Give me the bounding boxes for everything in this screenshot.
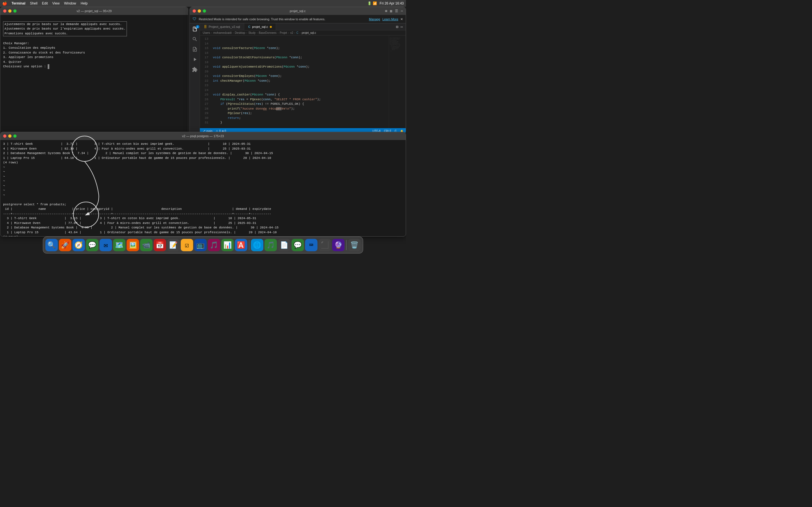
psql-tilde-6: ~ [3,189,5,192]
breadcrumb-basedonnees[interactable]: BaseDonnees [259,31,276,34]
breadcrumb-file[interactable]: projet_sql.c [302,31,316,34]
dock-maps[interactable]: 🗺️ [113,239,125,251]
dock-mail[interactable]: ✉️ [100,239,112,251]
dock-launchpad[interactable]: 🚀 [59,239,71,251]
psql-tilde-4: ~ [3,179,5,183]
psql-row-1: 3 | T-shirt Geek | 3.15 | 3 | T-shirt en… [3,217,256,220]
menubar-icons: 🔋 📶 [367,1,377,5]
sidebar-search-icon[interactable] [192,36,198,43]
tab-queries-icon: 🗄 [204,25,207,29]
dock-facetime[interactable]: 📹 [140,239,153,251]
tab-queries-label: Project_queries_v2.sql [209,25,240,29]
sidebar-extensions-icon[interactable] [192,66,198,73]
dock-spotify[interactable]: 🎵 [264,239,277,251]
dock-finder[interactable]: 🔍 [45,239,58,251]
code-editor[interactable]: void consulterFacture(PGconn *conn); voi… [210,36,389,128]
breadcrumb-v2[interactable]: v2 [290,31,293,34]
tab-actions: ⊟ ⋯ [393,24,406,29]
menubar-window[interactable]: Window [64,1,76,5]
menubar-terminal[interactable]: Terminal [11,1,26,5]
dock-vscode[interactable]: ⌨️ [305,239,317,251]
dock-messages[interactable]: 💬 [86,239,98,251]
dock-numbers[interactable]: 📊 [221,239,234,251]
terminal-menu: Choix Manager: 1. Consultation des emplo… [3,42,85,68]
sidebar-toggle-icon[interactable]: ☰ [395,9,398,13]
psql-minimize-button[interactable] [8,134,11,138]
breadcrumb-study[interactable]: Study [248,31,256,34]
vscode-body: 1 🗄 Project_queries_v2.sql [190,23,406,134]
editor-content[interactable]: 13 14 15 16 17 18 19 20 21 22 23 24 25 2… [200,36,406,128]
code-line-27: if (PQresultStatus(res) != PGRES_TUPLES_… [213,102,304,106]
vscode-sidebar: 1 [190,23,200,134]
terminal-top-content[interactable]: Ajustements de prix basés sur la demande… [0,15,188,134]
sidebar-explorer-icon[interactable]: 1 [192,25,198,33]
sidebar-run-icon[interactable] [192,56,198,63]
more-actions-icon[interactable]: ⋯ [401,9,403,13]
dock-calendar[interactable]: 📅 [154,239,166,251]
dock-notes[interactable]: 📝 [167,239,180,251]
psql-line-3: 2 | Database Management Systems Book | 7… [3,152,273,155]
sidebar-git-icon[interactable] [192,46,198,53]
learn-more-link[interactable]: Learn More [382,17,398,21]
breadcrumb-user[interactable]: mohamedzaidi [213,31,232,34]
psql-tilde-2: ~ [3,170,5,173]
vscode-title-icons: ⊞ ▤ ☰ ⋯ [385,9,403,13]
psql-line-1: 3 | T-shirt Geek | 3.71 | 3 | T-shirt en… [3,142,251,146]
breadcrumb-users[interactable]: Users [203,31,210,34]
minimize-button[interactable] [8,9,11,13]
breadcrumb-c[interactable]: C [296,31,298,34]
breadcrumb-projet[interactable]: Projet [280,31,287,34]
layout-icon[interactable]: ▤ [390,9,392,13]
manage-link[interactable]: Manage [369,17,380,21]
psql-tilde-1: ~ [3,166,5,169]
dock-appstore[interactable]: 🅰️ [235,239,247,251]
dock-terminal[interactable]: ⬛ [319,239,331,251]
dock-music[interactable]: 🎵 [208,239,220,251]
psql-window: v2 — psql postgres — 175×23 3 | T-shirt … [0,132,406,237]
split-editor-action[interactable]: ⊟ [396,24,398,29]
split-editor-icon[interactable]: ⊞ [385,9,387,13]
dock-photos[interactable]: 🖼️ [126,239,139,251]
vscode-maximize-button[interactable] [203,9,206,13]
tab-bar: 🗄 Project_queries_v2.sql C projet_sql.c … [200,23,406,31]
maximize-button[interactable] [13,9,17,13]
psql-content[interactable]: 3 | T-shirt Geek | 3.71 | 3 | T-shirt en… [0,140,406,236]
breadcrumb: Users › mohamedzaidi › Desktop › Study ›… [200,31,406,36]
dock: 🔍 🚀 🧭 💬 ✉️ 🗺️ 🖼️ 📹 📅 📝 ☑️ 📺 🎵 📊 🅰️ 🌐 🎵 📄… [43,237,363,253]
menubar-edit[interactable]: Edit [42,1,48,5]
menubar-shell[interactable]: Shell [30,1,38,5]
breadcrumb-desktop[interactable]: Desktop [235,31,245,34]
vscode-minimize-button[interactable] [198,9,201,13]
dock-whatsapp[interactable]: 💬 [292,239,304,251]
menubar-time: Fri 26 Apr 16:43 [380,1,404,5]
dock-finder2[interactable]: 🔮 [332,239,345,251]
psql-tilde-3: ~ [3,175,5,178]
dock-safari[interactable]: 🧭 [72,239,85,251]
vscode-close-button[interactable] [193,9,196,13]
psql-titlebar: v2 — psql postgres — 175×23 [0,132,406,140]
code-line-17: void consulterStockEtFournisseurs(PGconn… [213,56,302,59]
psql-divider: ----+--------------------------------+--… [3,212,271,216]
tab-projet-sql[interactable]: C projet_sql.c [244,23,276,30]
close-button[interactable] [3,9,6,13]
more-tabs-action[interactable]: ⋯ [401,24,403,29]
dock-trash[interactable]: 🗑️ [348,239,361,251]
psql-close-button[interactable] [3,134,6,138]
psql-line-4: 1 | Laptop Pro 15 | 64.18 | 1 | Ordinate… [3,156,271,160]
menubar-help[interactable]: Help [81,1,88,5]
code-line-21: void consulterEmployes(PGconn *conn); [213,74,282,78]
psql-tilde-5: ~ [3,184,5,187]
notification-bar: 🛡 Restricted Mode is intended for safe c… [190,15,406,23]
dock-separator [249,240,249,250]
dock-reminders[interactable]: ☑️ [181,239,193,251]
psql-maximize-button[interactable] [13,134,17,138]
dock-tv[interactable]: 📺 [194,239,207,251]
apple-menu[interactable]: 🍎 [2,1,7,6]
menubar-view[interactable]: View [52,1,60,5]
tab-queries[interactable]: 🗄 Project_queries_v2.sql [200,23,244,30]
menubar: 🍎 Terminal Shell Edit View Window Help 🔋… [0,0,406,7]
dock-notion[interactable]: 📄 [278,239,290,251]
notification-close-button[interactable]: ✕ [401,17,403,21]
vscode-title: projet_sql.c [290,9,306,13]
dock-chrome[interactable]: 🌐 [251,239,263,251]
